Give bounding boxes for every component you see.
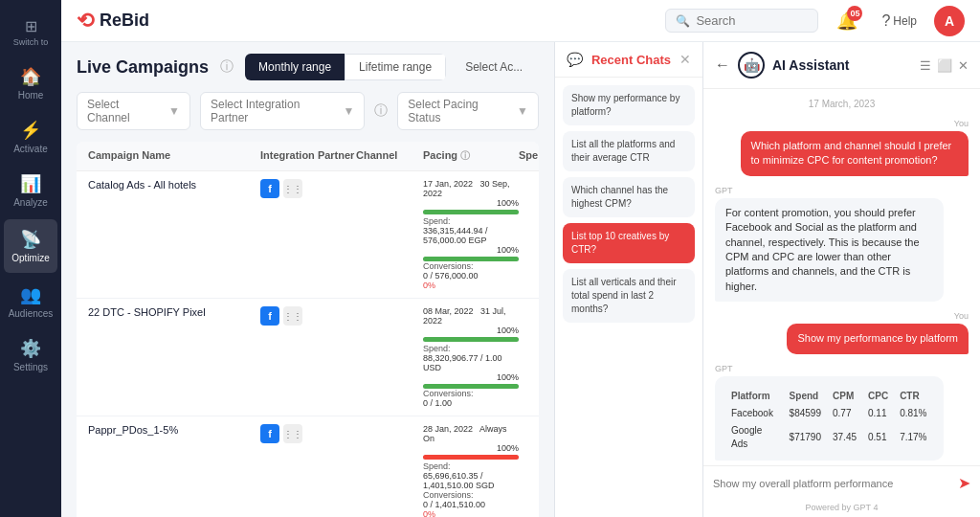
home-icon: 🏠 bbox=[20, 66, 41, 87]
ai-input-row: ➤ bbox=[703, 465, 980, 500]
sidebar-label-home: Home bbox=[18, 90, 44, 101]
col-campaign: Campaign Name bbox=[88, 149, 260, 163]
logo-icon: ⟲ bbox=[77, 9, 94, 34]
channel-filter[interactable]: Select Channel ▼ bbox=[77, 92, 190, 130]
col-pacing: Pacing ⓘ bbox=[423, 149, 519, 163]
sidebar-label-audiences: Audiences bbox=[9, 308, 54, 319]
ai-expand-button[interactable]: ⬜ bbox=[937, 58, 952, 73]
sidebar-switch-to[interactable]: ⊞ Switch to bbox=[0, 8, 61, 56]
topbar: ⟲ ReBid 🔍 🔔 05 ? Help A bbox=[61, 0, 980, 42]
table-row: Pappr_PDos_1-5% f ⋮⋮ 28 Jan, 2022 Always… bbox=[77, 416, 539, 517]
chat-message-4[interactable]: List all verticals and their total spend… bbox=[563, 269, 695, 323]
cell-spend: $84599 bbox=[784, 405, 827, 422]
sidebar-item-optimize[interactable]: 📡 Optimize bbox=[4, 219, 57, 273]
ai-chat-input[interactable] bbox=[713, 478, 952, 489]
logo: ⟲ ReBid bbox=[77, 9, 149, 34]
filter-info-icon: ⓘ bbox=[374, 102, 388, 120]
cell-cpm: 0.77 bbox=[827, 405, 862, 422]
table-row: 22 DTC - SHOPIFY Pixel f ⋮⋮ 08 Mar, 2022… bbox=[77, 299, 539, 416]
search-input[interactable] bbox=[696, 13, 808, 28]
select-label: Select Ac... bbox=[465, 60, 523, 74]
table-row: Google Ads $71790 37.45 0.51 7.17% bbox=[725, 422, 933, 453]
info-icon: ⓘ bbox=[220, 58, 234, 76]
sidebar-item-analyze[interactable]: 📊 Analyze bbox=[0, 164, 61, 217]
sidebar-item-activate[interactable]: ⚡ Activate bbox=[0, 110, 61, 164]
range-toggle: Monthly range Lifetime range bbox=[245, 54, 446, 80]
facebook-icon: f bbox=[260, 179, 279, 198]
send-button[interactable]: ➤ bbox=[958, 474, 970, 492]
msg-sender-gpt: GPT bbox=[715, 186, 969, 195]
sidebar-label-activate: Activate bbox=[13, 144, 48, 154]
msg-sender-you: You bbox=[715, 119, 969, 128]
chat-message-2[interactable]: Which channel has the highest CPM? bbox=[563, 177, 695, 217]
sidebar-label-optimize: Optimize bbox=[11, 253, 49, 263]
chat-header: 💬 Recent Chats ✕ bbox=[555, 42, 702, 78]
settings-icon: ⚙️ bbox=[20, 338, 41, 359]
analyze-icon: 📊 bbox=[20, 173, 41, 194]
sidebar-label-settings: Settings bbox=[13, 362, 48, 372]
multi-icon: ⋮⋮ bbox=[283, 424, 302, 443]
user-avatar[interactable]: A bbox=[934, 6, 965, 36]
chat-close-button[interactable]: ✕ bbox=[679, 52, 691, 67]
facebook-icon: f bbox=[260, 424, 279, 443]
lifetime-range-button[interactable]: Lifetime range bbox=[345, 54, 446, 80]
search-box[interactable]: 🔍 bbox=[665, 9, 818, 33]
msg-bubble-user-2: Show my performance by platform bbox=[787, 324, 969, 353]
col-spend: Spend bbox=[784, 388, 827, 405]
page-title: Live Campaigns bbox=[77, 57, 209, 78]
table-header: Campaign Name Integration Partner Channe… bbox=[77, 142, 539, 171]
ai-avatar: 🤖 bbox=[738, 52, 765, 79]
chat-panel: 💬 Recent Chats ✕ Show my performance by … bbox=[554, 42, 702, 517]
ai-message-1: You Which platform and channel should I … bbox=[715, 119, 969, 176]
col-channel: Channel bbox=[356, 149, 423, 163]
pacing-filter[interactable]: Select Pacing Status ▼ bbox=[397, 92, 539, 130]
pacing-cell: 28 Jan, 2022 Always On 100% Spend: 65,69… bbox=[423, 424, 519, 517]
help-button[interactable]: ? Help bbox=[876, 4, 923, 38]
ai-header: ← 🤖 AI Assistant ☰ ⬜ ✕ bbox=[703, 42, 980, 89]
notifications-button[interactable]: 🔔 05 bbox=[830, 4, 864, 38]
sidebar-item-settings[interactable]: ⚙️ Settings bbox=[0, 328, 61, 382]
campaign-panel: Live Campaigns ⓘ Monthly range Lifetime … bbox=[61, 42, 554, 517]
sidebar-item-home[interactable]: 🏠 Home bbox=[0, 56, 61, 110]
back-button[interactable]: ← bbox=[715, 56, 730, 74]
channel-arrow-icon: ▼ bbox=[168, 104, 180, 118]
ai-close-button[interactable]: ✕ bbox=[958, 58, 969, 73]
notification-badge: 05 bbox=[847, 6, 862, 21]
msg-bubble-user: Which platform and channel should I pref… bbox=[741, 131, 969, 176]
multi-icon: ⋮⋮ bbox=[283, 179, 302, 198]
cell-ctr: 0.81% bbox=[894, 405, 932, 422]
pacing-arrow-icon: ▼ bbox=[517, 104, 528, 118]
help-label: Help bbox=[893, 14, 917, 28]
col-spend: Spend ⓘ bbox=[519, 149, 539, 163]
cell-ctr: 7.17% bbox=[894, 422, 932, 453]
col-cpm: CPM bbox=[827, 388, 862, 405]
monthly-range-button[interactable]: Monthly range bbox=[245, 54, 345, 80]
chat-messages: Show my performance by platform? List al… bbox=[555, 78, 702, 517]
filter-row: Select Channel ▼ Select Integration Part… bbox=[77, 92, 539, 130]
sidebar-item-audiences[interactable]: 👥 Audiences bbox=[0, 275, 61, 328]
integration-filter[interactable]: Select Integration Partner ▼ bbox=[200, 92, 365, 130]
optimize-icon: 📡 bbox=[20, 229, 41, 250]
chat-message-0[interactable]: Show my performance by platform? bbox=[563, 85, 695, 125]
col-cpc: CPC bbox=[862, 388, 894, 405]
chat-message-3[interactable]: List top 10 creatives by CTR? bbox=[563, 223, 695, 263]
facebook-icon: f bbox=[260, 306, 279, 326]
ai-message-2: GPT For content promotion, you should pr… bbox=[715, 186, 969, 302]
audiences-icon: 👥 bbox=[20, 284, 41, 305]
chat-icon: 💬 bbox=[567, 52, 583, 67]
msg-sender-gpt-2: GPT bbox=[715, 364, 969, 373]
chat-message-1[interactable]: List all the platforms and their average… bbox=[563, 131, 695, 171]
page-header: Live Campaigns ⓘ Monthly range Lifetime … bbox=[77, 54, 539, 80]
ai-message-4: GPT Platform Spend CPM CPC CTR Face bbox=[715, 364, 969, 461]
table-row: Facebook $84599 0.77 0.11 0.81% bbox=[725, 405, 933, 422]
logo-text: ReBid bbox=[100, 11, 149, 31]
chat-title: Recent Chats bbox=[591, 53, 671, 67]
sidebar: ⊞ Switch to 🏠 Home ⚡ Activate 📊 Analyze … bbox=[0, 0, 61, 517]
sidebar-label-analyze: Analyze bbox=[13, 197, 48, 208]
search-icon: 🔍 bbox=[676, 14, 690, 28]
date-label: 17 March, 2023 bbox=[715, 99, 969, 109]
powered-by-label: Powered by GPT 4 bbox=[703, 500, 980, 517]
col-ctr: CTR bbox=[894, 388, 932, 405]
ai-menu-button[interactable]: ☰ bbox=[920, 58, 931, 73]
campaign-name: 22 DTC - SHOPIFY Pixel bbox=[88, 306, 206, 318]
